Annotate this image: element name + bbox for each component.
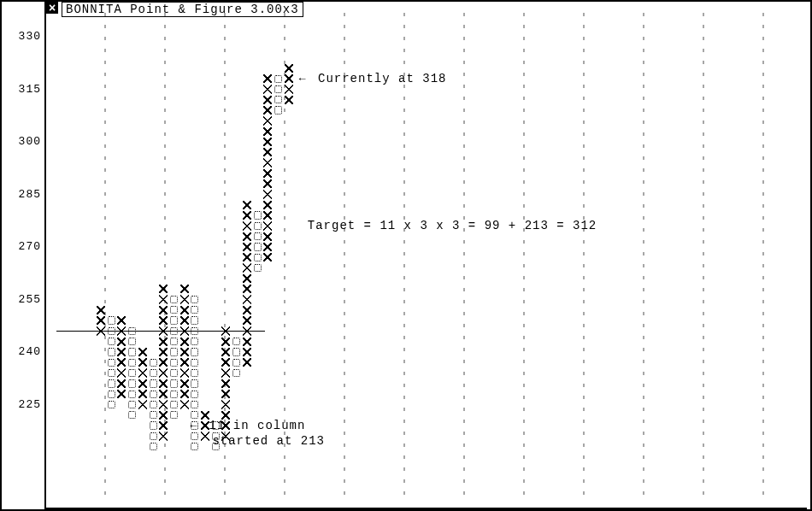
- pnf-o-cell: [190, 442, 200, 452]
- y-tick-label: 330: [2, 31, 41, 43]
- pnf-o-cell: [106, 389, 116, 399]
- pnf-x-cell: [221, 389, 231, 399]
- pnf-x-cell: [242, 305, 252, 315]
- y-tick-label: 255: [2, 294, 41, 306]
- pnf-x-cell: [138, 357, 148, 367]
- pnf-x-cell: [262, 200, 273, 210]
- grid-row: [50, 299, 802, 301]
- pnf-o-cell: [106, 337, 116, 347]
- pnf-x-cell: [200, 431, 210, 441]
- grid-col: [643, 9, 644, 501]
- grid-col: [703, 9, 704, 501]
- pnf-o-cell: [168, 337, 179, 347]
- pnf-x-cell: [242, 273, 252, 284]
- pnf-o-cell: [148, 431, 158, 441]
- pnf-o-cell: [190, 357, 200, 367]
- pnf-o-cell: [148, 442, 158, 452]
- grid-row: [50, 404, 802, 406]
- pnf-o-cell: [252, 232, 262, 242]
- pnf-o-cell: [127, 337, 138, 347]
- pnf-o-cell: [252, 252, 262, 262]
- grid-row: [50, 141, 802, 143]
- grid-row-minor: [50, 430, 802, 432]
- grid-col: [104, 9, 106, 501]
- y-tick-label: 285: [2, 189, 41, 201]
- grid-row: [50, 36, 802, 38]
- pnf-x-cell: [138, 379, 148, 389]
- pnf-x-cell: [179, 389, 190, 399]
- pnf-x-cell: [242, 337, 252, 347]
- pnf-x-cell: [242, 252, 252, 262]
- grid-row-minor: [50, 62, 802, 64]
- pnf-x-cell: [262, 147, 273, 157]
- pnf-x-cell: [221, 337, 231, 347]
- grid-row-minor: [50, 167, 802, 169]
- pnf-o-cell: [232, 357, 242, 367]
- pnf-x-cell: [242, 232, 252, 242]
- y-tick-label: 315: [2, 84, 41, 96]
- grid-row-minor: [50, 325, 802, 326]
- arrow-left-icon: ←: [190, 420, 197, 432]
- pnf-o-cell: [168, 379, 179, 389]
- grid-row: [50, 194, 802, 196]
- annotation-column: ← 11 in column: [190, 419, 305, 432]
- pnf-x-cell: [116, 357, 127, 367]
- pnf-x-cell: [242, 220, 252, 231]
- y-tick-label: 240: [2, 346, 41, 358]
- pnf-o-cell: [148, 379, 158, 389]
- pnf-o-cell: [190, 431, 200, 441]
- pnf-o-cell: [190, 337, 200, 347]
- grid-row: [50, 89, 802, 91]
- y-tick-label: 270: [2, 241, 41, 253]
- pnf-x-cell: [221, 357, 231, 367]
- pnf-x-cell: [262, 73, 273, 84]
- pnf-o-cell: [232, 337, 242, 347]
- y-tick-label: 300: [2, 136, 41, 148]
- pnf-x-cell: [262, 95, 273, 105]
- grid-row: [50, 351, 802, 353]
- pnf-o-cell: [190, 379, 200, 389]
- annotation-target: Target = 11 x 3 x 3 = 99 + 213 = 312: [308, 219, 597, 232]
- pnf-o-cell: [106, 357, 116, 367]
- y-tick-label: 225: [2, 399, 41, 411]
- annotation-column-text: 11 in column: [209, 419, 306, 432]
- pnf-o-cell: [168, 410, 179, 420]
- pnf-o-cell: [148, 389, 158, 399]
- pnf-o-cell: [252, 220, 262, 231]
- chart-frame: × BONNITA Point & Figure 3.00x3 33031530…: [0, 0, 812, 511]
- pnf-o-cell: [190, 305, 200, 315]
- pnf-x-cell: [262, 115, 273, 126]
- pnf-x-cell: [116, 337, 127, 347]
- grid-col: [762, 9, 764, 501]
- grid-col: [523, 9, 525, 501]
- pnf-x-cell: [179, 379, 190, 389]
- pnf-o-cell: [190, 389, 200, 399]
- pnf-o-cell: [273, 73, 283, 84]
- annotation-column-line2: started at 213: [212, 434, 325, 448]
- pnf-x-cell: [179, 337, 190, 347]
- pnf-x-cell: [262, 179, 273, 189]
- pnf-x-cell: [262, 220, 273, 231]
- pnf-x-cell: [179, 284, 190, 294]
- pnf-o-cell: [148, 410, 158, 420]
- pnf-x-cell: [262, 168, 273, 179]
- grid-col: [463, 9, 465, 501]
- pnf-o-cell: [127, 357, 138, 367]
- pnf-x-cell: [179, 357, 190, 367]
- pnf-x-cell: [242, 200, 252, 210]
- pnf-o-cell: [168, 389, 179, 399]
- grid-row-minor: [50, 273, 802, 274]
- pnf-o-cell: [127, 389, 138, 399]
- grid-col: [583, 9, 585, 501]
- pnf-o-cell: [273, 95, 283, 105]
- pnf-o-cell: [127, 410, 138, 420]
- pnf-x-cell: [179, 305, 190, 315]
- pnf-x-cell: [242, 284, 252, 294]
- grid-row: [50, 246, 802, 248]
- annotation-current: ← Currently at 318: [299, 72, 447, 85]
- pnf-x-cell: [116, 389, 127, 399]
- pnf-x-cell: [116, 379, 127, 389]
- pnf-o-cell: [148, 357, 158, 367]
- pnf-x-cell: [138, 389, 148, 399]
- pnf-x-cell: [221, 379, 231, 389]
